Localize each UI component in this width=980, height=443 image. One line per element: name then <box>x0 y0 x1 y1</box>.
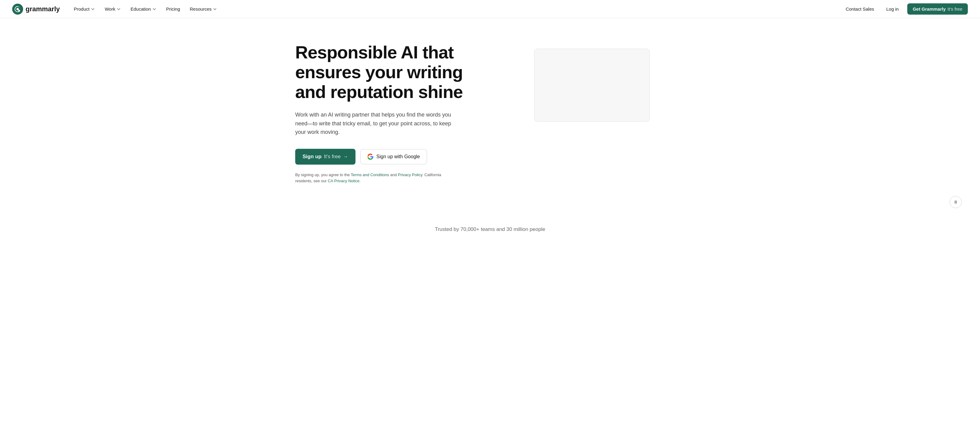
get-grammarly-main-text: Get Grammarly <box>913 6 946 11</box>
nav-links: Product Work Education Pricing Resources <box>70 4 842 14</box>
login-button[interactable]: Log in <box>883 4 902 14</box>
signup-google-button[interactable]: Sign up with Google <box>360 149 427 164</box>
legal-prefix: By signing up, you agree to the <box>295 173 351 177</box>
pause-button[interactable]: ⏸ <box>950 196 962 208</box>
nav-education-label: Education <box>130 6 151 11</box>
signup-free-button[interactable]: Sign up It's free → <box>295 149 355 165</box>
chevron-down-icon <box>213 7 217 11</box>
trusted-text: Trusted by 70,000+ teams and 30 million … <box>435 226 546 232</box>
nav-item-product[interactable]: Product <box>70 4 100 14</box>
legal-and: and <box>389 173 398 177</box>
terms-link[interactable]: Terms and Conditions <box>351 173 389 177</box>
nav-item-pricing[interactable]: Pricing <box>162 4 185 14</box>
logo-link[interactable]: grammarly <box>12 4 60 14</box>
nav-product-label: Product <box>74 6 90 11</box>
nav-item-work[interactable]: Work <box>100 4 125 14</box>
arrow-icon: → <box>343 154 348 159</box>
trusted-section: Trusted by 70,000+ teams and 30 million … <box>0 208 980 245</box>
hero-left: Responsible AI that ensures your writing… <box>295 43 481 184</box>
pause-icon: ⏸ <box>953 200 958 205</box>
grammarly-logo-icon <box>12 4 23 14</box>
chevron-down-icon <box>116 7 121 11</box>
nav-work-label: Work <box>105 6 115 11</box>
signup-google-text: Sign up with Google <box>377 154 420 159</box>
nav-item-resources[interactable]: Resources <box>186 4 221 14</box>
main-nav: grammarly Product Work Education Pricing… <box>0 0 980 18</box>
hero-section: Responsible AI that ensures your writing… <box>247 18 733 202</box>
nav-resources-label: Resources <box>190 6 212 11</box>
google-icon <box>368 154 374 160</box>
nav-item-education[interactable]: Education <box>126 4 161 14</box>
get-grammarly-button[interactable]: Get Grammarly It's free <box>907 3 968 14</box>
logo-text: grammarly <box>25 5 60 13</box>
legal-text: By signing up, you agree to the Terms an… <box>295 172 453 184</box>
privacy-link[interactable]: Privacy Policy <box>398 173 422 177</box>
hero-title: Responsible AI that ensures your writing… <box>295 43 481 102</box>
chevron-down-icon <box>91 7 95 11</box>
signup-label: Sign up <box>302 154 321 160</box>
pause-btn-container: ⏸ <box>0 196 980 208</box>
legal-period: . <box>360 179 361 183</box>
demo-card <box>534 49 650 122</box>
chevron-down-icon <box>152 7 156 11</box>
nav-right: Contact Sales Log in Get Grammarly It's … <box>842 3 968 14</box>
get-grammarly-sub-text: It's free <box>947 6 963 11</box>
contact-sales-button[interactable]: Contact Sales <box>842 4 878 14</box>
hero-subtitle: Work with an AI writing partner that hel… <box>295 110 460 137</box>
hero-cta-row: Sign up It's free → Sign up with Google <box>295 149 481 165</box>
ca-privacy-link[interactable]: CA Privacy Notice <box>328 179 360 183</box>
hero-right <box>499 43 685 122</box>
signup-sub-text: It's free <box>324 154 340 160</box>
nav-pricing-label: Pricing <box>166 6 180 11</box>
